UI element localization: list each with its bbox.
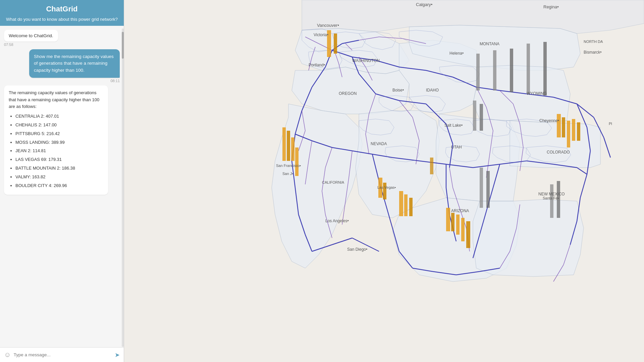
map-area: Calgary• Regina• Vancouver• Victoria• WA… [124,0,644,362]
scroll-indicator[interactable] [122,28,124,347]
svg-text:San J•: San J• [282,172,293,176]
user-message-1: Show me the remaining capacity values of… [29,49,120,78]
svg-rect-159 [456,215,460,235]
welcome-text: Welcome to ChatGrid. [9,33,53,38]
welcome-time: 07:58 [4,43,13,47]
send-icon[interactable]: ➤ [115,351,120,359]
svg-rect-161 [466,221,470,248]
svg-text:Regina•: Regina• [543,4,559,9]
bot-response-1: The remaining capacity values of generat… [4,85,108,195]
map-svg: Calgary• Regina• Vancouver• Victoria• WA… [124,0,644,362]
svg-text:Portland•: Portland• [309,63,325,67]
svg-rect-172 [543,42,547,96]
svg-rect-175 [480,168,483,208]
svg-text:Helena•: Helena• [449,51,464,56]
emoji-icon[interactable]: ☺ [4,351,11,359]
svg-rect-163 [557,114,561,137]
list-item: VALMY: 163.82 [15,174,103,181]
svg-text:Los Angeles•: Los Angeles• [325,219,349,223]
user-message-text: Show me the remaining capacity values of… [34,54,114,73]
svg-rect-151 [295,147,299,176]
svg-text:ARIZONA: ARIZONA [451,208,469,213]
svg-text:Cheyenne•: Cheyenne• [539,118,559,123]
list-item: PITTSBURG 5: 216.42 [15,130,103,137]
list-item: BOULDER CITY 4: 269.96 [15,182,103,189]
chat-input[interactable] [13,352,112,357]
svg-text:Salt Lake•: Salt Lake• [444,123,463,128]
list-item: CHEHALIS 2: 147.00 [15,122,103,129]
svg-rect-157 [446,208,450,231]
list-item: CENTRALIA 2: 407.01 [15,113,103,120]
svg-text:OREGON: OREGON [339,91,357,96]
svg-rect-148 [282,127,286,161]
svg-rect-169 [493,50,496,90]
svg-text:Vancouver•: Vancouver• [317,23,339,28]
svg-rect-156 [409,198,413,216]
svg-text:Victoria•: Victoria• [314,33,328,37]
list-item: MOSS LANDING: 389.99 [15,139,103,146]
svg-rect-164 [562,117,565,137]
svg-rect-158 [451,213,454,231]
svg-text:WASHINGTON: WASHINGTON [352,58,380,63]
app-title: ChatGrid [46,5,77,13]
scroll-thumb[interactable] [122,32,124,59]
svg-rect-174 [480,104,483,131]
svg-text:UTAH: UTAH [451,145,462,149]
svg-rect-162 [430,158,433,174]
svg-text:IDAHO: IDAHO [426,88,439,93]
chat-panel: ChatGrid What do you want to know about … [0,0,124,362]
svg-text:Santa Fe•: Santa Fe• [543,196,559,200]
svg-text:CALIFORNIA: CALIFORNIA [322,180,344,184]
svg-rect-170 [510,49,513,92]
svg-rect-147 [334,34,337,54]
chat-header: ChatGrid [0,0,124,17]
svg-rect-166 [572,119,575,141]
svg-rect-160 [461,218,465,241]
svg-rect-167 [577,122,580,141]
svg-rect-149 [287,131,290,161]
svg-text:San Diego•: San Diego• [347,247,367,252]
svg-text:MONTANA: MONTANA [480,42,499,46]
svg-rect-154 [399,191,403,216]
svg-text:Bismarck•: Bismarck• [584,50,602,55]
svg-rect-177 [550,184,553,218]
svg-rect-173 [473,101,476,131]
svg-text:Calgary•: Calgary• [416,2,433,7]
svg-rect-150 [291,137,294,161]
svg-text:Boise•: Boise• [392,88,404,93]
list-item: BATTLE MOUNTAIN 2: 186.38 [15,165,103,172]
svg-rect-165 [567,121,570,147]
chat-messages: Welcome to ChatGrid. 07:58 Show me the r… [0,26,124,347]
svg-text:Las Vegas•: Las Vegas• [377,185,396,189]
svg-rect-168 [476,54,480,90]
list-item: LAS VEGAS 69: 179.31 [15,156,103,163]
svg-text:WYOMING: WYOMING [527,91,547,96]
capacity-list: CENTRALIA 2: 407.01 CHEHALIS 2: 147.00 P… [9,113,103,189]
chat-subtitle: What do you want to know about this powe… [0,17,124,26]
svg-marker-5 [473,65,570,122]
svg-marker-11 [473,199,584,277]
list-item: JEAN 2: 114.81 [15,147,103,155]
svg-rect-155 [404,194,408,216]
svg-text:San Francisco•: San Francisco• [276,164,301,168]
svg-text:NEVADA: NEVADA [371,141,387,146]
welcome-message: Welcome to ChatGrid. [4,30,58,42]
svg-rect-176 [486,171,490,208]
svg-text:Pl: Pl [609,122,612,126]
svg-text:NEW MEXICO: NEW MEXICO [538,192,565,196]
svg-rect-171 [527,44,530,94]
svg-text:NORTH DA: NORTH DA [584,40,603,44]
bot-intro: The remaining capacity values of generat… [9,90,99,109]
chat-input-area: ☺ ➤ [0,347,124,362]
svg-text:COLORADO: COLORADO [547,150,570,155]
user-message-time: 08:11 [110,79,120,83]
app-subtitle: What do you want to know about this powe… [6,17,118,22]
